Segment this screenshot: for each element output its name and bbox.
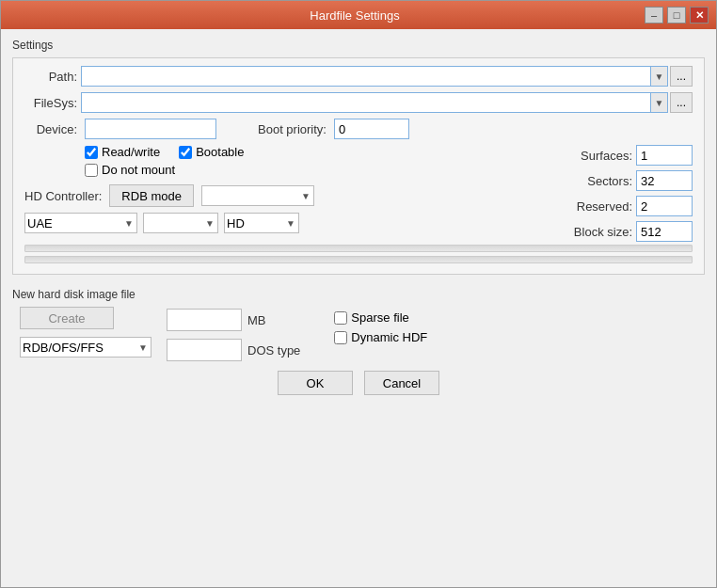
uae-hd-row: UAE ▼ ▼ xyxy=(24,213,542,233)
rw-bootable-row: Read/write Bootable xyxy=(85,145,542,159)
path-input[interactable] xyxy=(81,66,651,87)
settings-section: Settings Path: ▼ ... FileSys: ▼ ... xyxy=(12,39,705,275)
new-disk-left: Create RDB/OFS/FFS ▼ xyxy=(20,307,151,358)
sparse-file-label[interactable]: Sparse file xyxy=(334,310,427,325)
dynamic-hdf-text: Dynamic HDF xyxy=(351,330,427,344)
dos-type-input[interactable] xyxy=(167,339,242,361)
create-row: Create xyxy=(20,307,151,329)
ok-button[interactable]: OK xyxy=(278,371,353,395)
surfaces-label: Surfaces: xyxy=(581,149,632,163)
window-title: Hardfile Settings xyxy=(65,8,645,23)
footer: OK Cancel xyxy=(12,361,705,408)
block-size-label: Block size: xyxy=(574,225,632,239)
mb-unit: MB xyxy=(247,313,266,327)
do-not-mount-checkbox[interactable] xyxy=(85,164,98,177)
reserved-label: Reserved: xyxy=(577,199,632,214)
d2-dropdown[interactable] xyxy=(143,213,218,233)
path-browse-button[interactable]: ... xyxy=(670,66,693,87)
new-disk-label: New hard disk image file xyxy=(12,288,705,301)
read-write-label[interactable]: Read/write xyxy=(85,145,160,159)
path-label: Path: xyxy=(24,70,81,84)
dynamic-hdf-label[interactable]: Dynamic HDF xyxy=(334,330,427,344)
reserved-input[interactable] xyxy=(636,196,693,216)
left-options: Read/write Bootable Do not mount xyxy=(24,145,542,241)
sectors-row: Sectors: xyxy=(542,170,693,191)
titlebar: Hardfile Settings – □ ✕ xyxy=(1,1,716,29)
hd-dropdown-wrapper: HD ▼ xyxy=(224,213,299,233)
bootable-text: Bootable xyxy=(196,145,244,159)
path-dropdown-arrow[interactable]: ▼ xyxy=(651,66,668,87)
reserved-row: Reserved: xyxy=(542,196,693,216)
sparse-file-checkbox[interactable] xyxy=(334,311,347,325)
format-dropdown-wrapper: RDB/OFS/FFS ▼ xyxy=(20,337,151,358)
read-write-checkbox[interactable] xyxy=(85,146,98,159)
bootable-label[interactable]: Bootable xyxy=(179,145,244,159)
sectors-label: Sectors: xyxy=(587,174,632,188)
bootable-checkbox[interactable] xyxy=(179,146,192,159)
separator-bar-1 xyxy=(24,245,693,252)
close-button[interactable]: ✕ xyxy=(690,7,709,24)
window-controls: – □ ✕ xyxy=(645,7,709,24)
block-size-row: Block size: xyxy=(542,221,693,242)
sectors-input[interactable] xyxy=(636,170,693,191)
new-disk-middle: MB DOS type xyxy=(167,309,300,361)
dos-type-label: DOS type xyxy=(247,343,300,358)
right-fields: Surfaces: Sectors: Reserved: Block xyxy=(542,145,693,242)
main-window: Hardfile Settings – □ ✕ Settings Path: ▼… xyxy=(0,0,717,588)
minimize-button[interactable]: – xyxy=(645,7,663,24)
new-disk-section: New hard disk image file Create RDB/OFS/… xyxy=(12,280,705,361)
settings-label: Settings xyxy=(12,39,705,52)
filesys-browse-button[interactable]: ... xyxy=(670,92,693,113)
surfaces-row: Surfaces: xyxy=(542,145,693,166)
mb-row: MB xyxy=(167,309,300,331)
block-size-input[interactable] xyxy=(636,221,693,242)
read-write-text: Read/write xyxy=(102,145,160,159)
new-disk-checkboxes: Sparse file Dynamic HDF xyxy=(334,310,427,344)
separator-bar-2 xyxy=(24,256,693,263)
device-boot-row: Device: Boot priority: xyxy=(24,119,693,139)
new-disk-inner: Create RDB/OFS/FFS ▼ MB xyxy=(20,307,705,361)
hd-controller-dropdown-wrapper: ▼ xyxy=(201,185,314,206)
do-not-mount-row: Do not mount xyxy=(85,163,542,177)
device-input[interactable] xyxy=(85,119,216,139)
hd-controller-row: HD Controller: RDB mode ▼ xyxy=(24,184,542,207)
rdb-mode-button[interactable]: RDB mode xyxy=(109,184,194,207)
path-row: Path: ▼ ... xyxy=(24,66,693,87)
filesys-dropdown-arrow[interactable]: ▼ xyxy=(651,92,668,113)
cancel-button[interactable]: Cancel xyxy=(364,371,439,395)
do-not-mount-text: Do not mount xyxy=(102,163,175,177)
mb-input[interactable] xyxy=(167,309,242,331)
uae-dropdown-wrapper: UAE ▼ xyxy=(24,213,137,233)
surfaces-input[interactable] xyxy=(636,145,693,166)
do-not-mount-label[interactable]: Do not mount xyxy=(85,163,542,177)
filesys-row: FileSys: ▼ ... xyxy=(24,92,693,113)
hd-controller-dropdown[interactable] xyxy=(201,185,314,206)
sparse-file-text: Sparse file xyxy=(351,310,408,325)
format-dropdown[interactable]: RDB/OFS/FFS xyxy=(20,337,151,358)
filesys-label: FileSys: xyxy=(24,96,81,110)
hd-dropdown[interactable]: HD xyxy=(224,213,299,233)
hd-controller-label: HD Controller: xyxy=(24,189,102,203)
filesys-input[interactable] xyxy=(81,92,651,113)
uae-dropdown[interactable]: UAE xyxy=(24,213,137,233)
boot-priority-input[interactable] xyxy=(334,119,409,139)
d2-dropdown-wrapper: ▼ xyxy=(143,213,218,233)
create-button[interactable]: Create xyxy=(20,307,114,329)
dynamic-hdf-checkbox[interactable] xyxy=(334,331,347,344)
maximize-button[interactable]: □ xyxy=(667,7,686,24)
boot-priority-label: Boot priority: xyxy=(258,122,327,136)
dos-type-row: DOS type xyxy=(167,339,300,361)
options-area: Read/write Bootable Do not mount xyxy=(24,145,693,242)
device-label: Device: xyxy=(24,122,81,136)
main-content: Settings Path: ▼ ... FileSys: ▼ ... xyxy=(1,29,716,587)
